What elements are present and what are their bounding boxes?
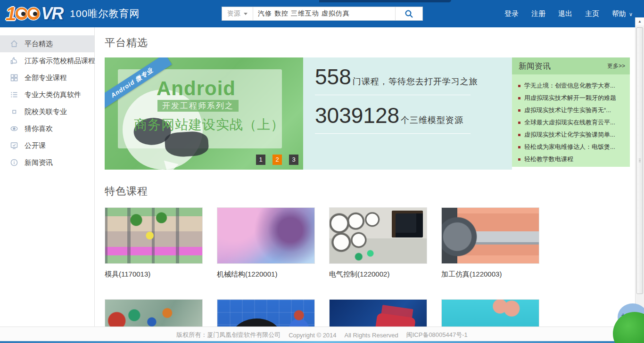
footer: 版权所有：厦门凤凰创壹软件有限公司 Copyright © 2014 All R…: [0, 327, 644, 343]
square-bullet-icon: [10, 107, 18, 116]
home-icon: [10, 40, 18, 48]
course-card-mold[interactable]: 模具(1170013): [105, 207, 203, 279]
news-item[interactable]: 虚拟现实技术让学生实验再无“...: [518, 104, 627, 116]
stat-courses: 558 门课程，等待您去打开学习之旅: [315, 66, 478, 88]
site-name: 100唯尔教育网: [70, 7, 140, 20]
banner-series-label: 开发工程师系列之: [157, 100, 239, 112]
news-item-text: 虚拟现实技术让化学实验课简单...: [524, 131, 615, 139]
page: 1 VR 100唯尔教育网 资源 登录 注册 退出: [0, 0, 644, 343]
news-item[interactable]: 用虚拟现实技术解开一颗牙的难题: [518, 92, 627, 104]
sidebar-item-label: 院校关联专业: [25, 107, 67, 116]
course-card-mechanical[interactable]: 机械结构(1220001): [217, 207, 315, 279]
carousel-page-2-active[interactable]: 2: [272, 155, 282, 165]
news-item[interactable]: 学无止境：创壹信息化教学大赛...: [518, 80, 627, 92]
logo-100vr-icon: 1 VR: [6, 3, 63, 24]
bullet-icon: [518, 146, 520, 148]
sidebar-item-featured[interactable]: 平台精选: [0, 35, 94, 52]
stat-courses-number: 558: [315, 66, 351, 88]
footer-icp: 闽ICP备08005447号-1: [406, 331, 468, 339]
course-label[interactable]: 加工仿真(1220003): [441, 270, 539, 279]
course-image-machining[interactable]: [441, 207, 539, 264]
sidebar-item-label: 平台精选: [25, 40, 53, 49]
news-item-text: 全球最大虚拟现实在线教育云平...: [524, 118, 615, 127]
course-label[interactable]: 模具(1170013): [105, 270, 203, 279]
sidebar-item-label: 公开课: [25, 141, 46, 150]
stat-models-number: 3039128: [315, 105, 399, 126]
search-category-label: 资源: [227, 9, 240, 18]
stat-models-label: 个三维模型资源: [401, 114, 463, 126]
logo-eye-icon: [27, 8, 40, 20]
sidebar-item-all-courses[interactable]: 全部专业课程: [0, 69, 94, 86]
divider: [315, 95, 471, 95]
divider: [315, 133, 471, 134]
top-dark-strip: [319, 0, 451, 2]
scrollbar-thumb[interactable]: [636, 27, 643, 294]
nav-register[interactable]: 注册: [531, 9, 545, 18]
news-item-text: 用虚拟现实技术解开一颗牙的难题: [524, 94, 616, 102]
bullet-icon: [518, 134, 520, 136]
news-item[interactable]: 虚拟现实技术让化学实验课简单...: [518, 129, 627, 141]
nav-logout[interactable]: 退出: [558, 9, 572, 18]
course-image-electrical[interactable]: [329, 207, 427, 264]
banner-course-title: 商务网站建设实战（上）: [134, 116, 284, 134]
sidebar: 平台精选 江苏省示范校精品课程 全部专业课程 专业大类仿真软件: [0, 27, 95, 327]
logo-vr-text: VR: [41, 4, 63, 24]
courses-section-title: 特色课程: [105, 184, 148, 198]
news-item-text: 轻松成为家电维修达人：电饭煲...: [524, 143, 615, 151]
search-icon: [405, 9, 413, 18]
header: 1 VR 100唯尔教育网 资源 登录 注册 退出: [0, 0, 644, 27]
sidebar-item-label: 专业大类仿真软件: [25, 90, 81, 99]
sidebar-item-jiangsu-courses[interactable]: 江苏省示范校精品课程: [0, 52, 94, 69]
news-item-text: 虚拟现实技术让学生实验再无“...: [524, 106, 611, 114]
nav-help[interactable]: 帮助 ∨: [612, 9, 633, 18]
sidebar-item-news[interactable]: 新闻资讯: [0, 154, 94, 171]
footer-copyright-en: Copyright © 2014: [289, 332, 336, 339]
eye-icon: [10, 124, 18, 133]
logo-digit: 1: [6, 3, 16, 24]
course-image-mold[interactable]: [105, 207, 203, 264]
course-label[interactable]: 机械结构(1220001): [217, 270, 315, 279]
banner-title: Android: [157, 77, 236, 100]
carousel-page-3[interactable]: 3: [289, 155, 298, 165]
nav-help-label: 帮助: [612, 9, 626, 18]
scrollbar-grip-icon: [639, 159, 641, 163]
news-list: 学无止境：创壹信息化教学大赛... 用虚拟现实技术解开一颗牙的难题 虚拟现实技术…: [512, 74, 630, 167]
news-item[interactable]: 轻松成为家电维修达人：电饭煲...: [518, 141, 627, 153]
sidebar-item-simulation-software[interactable]: 专业大类仿真软件: [0, 86, 94, 103]
news-item[interactable]: 轻松教学数电课程: [518, 153, 627, 165]
search-category-dropdown[interactable]: 资源: [222, 7, 253, 20]
course-card-electrical[interactable]: 电气控制(1220002): [329, 207, 427, 279]
sidebar-item-guess-you-like[interactable]: 猜你喜欢: [0, 120, 94, 137]
featured-section-title: 平台精选: [105, 36, 148, 50]
grid-icon: [10, 74, 18, 82]
bullet-icon: [518, 158, 520, 161]
logo-eye-icon: [16, 8, 28, 20]
bullet-icon: [518, 122, 520, 124]
horn-image: [164, 131, 209, 158]
dropdown-caret-icon: [244, 13, 248, 15]
news-item-text: 学无止境：创壹信息化教学大赛...: [524, 82, 615, 90]
course-label[interactable]: 电气控制(1220002): [329, 270, 427, 279]
news-more-link[interactable]: 更多>>: [607, 62, 625, 70]
scrollbar[interactable]: ▲: [635, 17, 644, 343]
carousel-page-1[interactable]: 1: [256, 155, 265, 165]
stat-courses-label: 门课程，等待您去打开学习之旅: [353, 76, 478, 87]
open-class-icon: [10, 141, 18, 150]
sidebar-item-open-class[interactable]: 公开课: [0, 137, 94, 154]
search-button[interactable]: [395, 7, 422, 20]
list-icon: [10, 90, 18, 99]
search-bar: 资源: [222, 7, 423, 21]
nav-home[interactable]: 主页: [585, 9, 599, 18]
footer-copyright-cn: 版权所有：厦门凤凰创壹软件有限公司: [176, 331, 281, 339]
news-header: 新闻资讯 更多>>: [512, 57, 630, 74]
scrollbar-up-arrow[interactable]: ▲: [636, 17, 644, 25]
search-input[interactable]: [253, 7, 395, 20]
logo[interactable]: 1 VR 100唯尔教育网: [6, 4, 140, 24]
course-card-machining[interactable]: 加工仿真(1220003): [441, 207, 539, 279]
news-item[interactable]: 全球最大虚拟现实在线教育云平...: [518, 116, 627, 129]
sidebar-item-school-majors[interactable]: 院校关联专业: [0, 103, 94, 120]
banner-carousel[interactable]: Android 微专业 Android 开发工程师系列之 商务网站建设实战（上）…: [105, 57, 303, 170]
nav-login[interactable]: 登录: [504, 9, 519, 18]
news-item-text: 轻松教学数电课程: [524, 155, 573, 163]
course-image-mechanical[interactable]: [217, 207, 315, 264]
